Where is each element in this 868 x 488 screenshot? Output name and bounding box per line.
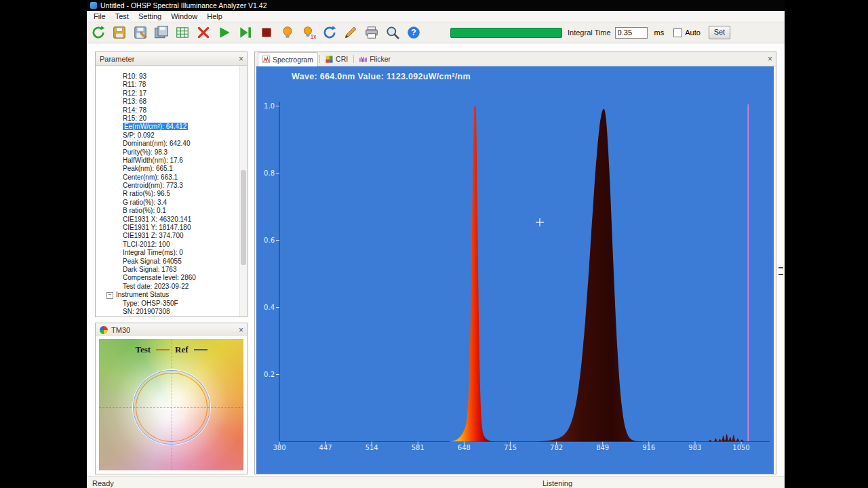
- parameter-panel: Parameter × R10: 93R11: 78R12: 17R13: 68…: [95, 52, 248, 317]
- save-all-icon[interactable]: [154, 25, 169, 40]
- menu-setting[interactable]: Setting: [134, 12, 166, 20]
- menu-file[interactable]: File: [89, 12, 111, 20]
- param-item[interactable]: TLCI-2012: 100: [96, 241, 240, 249]
- tm30-cvg-background: Test Ref: [99, 339, 243, 470]
- tm30-color-wheel-icon: [100, 326, 108, 334]
- tab-spectrogram[interactable]: Spectrogram: [258, 52, 318, 66]
- svg-text:0.2: 0.2: [264, 371, 275, 378]
- param-item[interactable]: CIE1931 Y: 18147.180: [96, 224, 240, 232]
- svg-text:0.4: 0.4: [264, 304, 275, 311]
- param-item[interactable]: R11: 78: [96, 81, 240, 89]
- svg-text:916: 916: [642, 444, 655, 451]
- parameter-scrollbar[interactable]: [239, 66, 247, 317]
- legend-ref-label: Ref: [175, 344, 189, 355]
- param-item[interactable]: R15: 20: [96, 115, 240, 123]
- param-item[interactable]: G ratio(%): 3.4: [96, 199, 240, 207]
- edit-icon[interactable]: [343, 25, 358, 40]
- refresh-icon[interactable]: [91, 25, 106, 40]
- menu-window[interactable]: Window: [166, 12, 202, 20]
- tab-flicker[interactable]: Flicker: [355, 54, 395, 64]
- menu-test[interactable]: Test: [111, 12, 134, 20]
- svg-text:380: 380: [273, 444, 285, 451]
- lamp-1x-icon[interactable]: 1x: [301, 25, 316, 40]
- window-title: Untitled - OHSP Spectral Illuminance Ana…: [100, 1, 267, 9]
- set-button[interactable]: Set: [709, 26, 730, 39]
- svg-text:1050: 1050: [732, 444, 749, 451]
- status-ready: Ready: [92, 479, 114, 487]
- param-item[interactable]: Integral Time(ms): 0: [96, 249, 240, 257]
- splitter-handle[interactable]: [778, 267, 783, 268]
- param-item[interactable]: R14: 78: [96, 106, 240, 115]
- param-item[interactable]: Compensate level: 2860: [96, 274, 240, 282]
- zoom-icon[interactable]: [385, 25, 400, 40]
- param-item[interactable]: R13: 68: [96, 98, 240, 106]
- delete-icon[interactable]: [196, 25, 211, 40]
- tab-spectrogram-label: Spectrogram: [273, 56, 313, 64]
- tab-cri-label: CRI: [336, 55, 348, 63]
- svg-text:1.0: 1.0: [264, 102, 275, 110]
- help-icon[interactable]: ?: [406, 25, 421, 40]
- param-item[interactable]: S/P: 0.092: [96, 131, 240, 140]
- print-icon[interactable]: [364, 25, 379, 40]
- stop-icon[interactable]: [259, 25, 274, 40]
- save-as-icon[interactable]: [133, 25, 148, 40]
- save-icon[interactable]: [112, 25, 127, 40]
- scrollbar-thumb[interactable]: [241, 170, 246, 265]
- svg-text:648: 648: [458, 444, 471, 451]
- param-item[interactable]: Centroid(nm): 773.3: [96, 182, 240, 190]
- param-item[interactable]: HalfWidth(nm): 17.6: [96, 157, 240, 165]
- start-test-icon[interactable]: [217, 25, 232, 40]
- integral-time-label: Integral Time: [568, 28, 611, 37]
- export-table-icon[interactable]: [175, 25, 190, 40]
- lamp-icon[interactable]: [280, 25, 295, 40]
- close-icon[interactable]: ×: [239, 326, 243, 334]
- close-icon[interactable]: ×: [239, 55, 243, 63]
- svg-text:447: 447: [319, 444, 332, 451]
- param-item[interactable]: CIE1931 X: 46320.141: [96, 216, 240, 224]
- close-icon[interactable]: ×: [768, 55, 772, 63]
- menu-help[interactable]: Help: [202, 12, 227, 20]
- continuous-test-icon[interactable]: [238, 25, 253, 40]
- tab-cri[interactable]: CRI: [321, 54, 352, 64]
- param-item[interactable]: R10: 93: [96, 73, 240, 81]
- auto-checkbox-label: Auto: [685, 28, 701, 37]
- svg-text:782: 782: [550, 444, 563, 451]
- param-item[interactable]: R ratio(%): 96.5: [96, 190, 240, 198]
- param-item[interactable]: Ee(mW/cm²): 64.412: [96, 123, 240, 131]
- param-item[interactable]: Purity(%): 98.3: [96, 148, 240, 157]
- tree-collapse-icon[interactable]: −: [106, 292, 113, 299]
- parameter-panel-title: Parameter: [100, 55, 134, 63]
- param-item[interactable]: Test date: 2023-09-22: [96, 283, 240, 291]
- param-item[interactable]: Dark Signal: 1763: [96, 266, 240, 274]
- cvg-test-curve: [136, 373, 208, 442]
- param-item[interactable]: CIE1931 Z: 374.700: [96, 232, 240, 240]
- titlebar: Untitled - OHSP Spectral Illuminance Ana…: [87, 0, 785, 11]
- splitter-handle[interactable]: [778, 274, 783, 275]
- progress-bar: [450, 28, 562, 38]
- param-item[interactable]: B ratio(%): 0.1: [96, 207, 240, 215]
- integral-time-input[interactable]: [615, 27, 648, 39]
- tab-flicker-label: Flicker: [370, 55, 391, 63]
- param-item[interactable]: Dominant(nm): 642.40: [96, 140, 240, 148]
- chart-tabbar: Spectrogram CRI Flicker ×: [255, 52, 776, 66]
- svg-text:0.6: 0.6: [264, 237, 275, 244]
- toolbar: 1x ? Integral Time ms Auto Set: [87, 22, 785, 43]
- spectrogram-icon: [262, 56, 270, 63]
- spectrogram-chart-area[interactable]: 1.00.80.60.40.23804475145816487157828499…: [256, 66, 774, 474]
- param-item[interactable]: Center(nm): 663.1: [96, 174, 240, 182]
- param-item[interactable]: −Instrument Status: [96, 291, 240, 299]
- svg-text:983: 983: [688, 444, 701, 451]
- param-item[interactable]: R12: 17: [96, 89, 240, 98]
- status-listening: Listening: [542, 479, 572, 487]
- flicker-icon: [359, 56, 367, 63]
- param-item[interactable]: Peak(nm): 665.1: [96, 165, 240, 173]
- param-item[interactable]: Type: OHSP-350F: [96, 300, 240, 308]
- svg-text:1x: 1x: [311, 34, 316, 40]
- param-item[interactable]: Peak Signal: 64055: [96, 258, 240, 266]
- param-item[interactable]: SN: 201907308: [96, 308, 240, 316]
- svg-text:849: 849: [596, 444, 609, 451]
- chart-panel: Spectrogram CRI Flicker × 1.00.80.60.40.…: [254, 52, 776, 474]
- auto-checkbox[interactable]: [673, 28, 682, 37]
- sync-icon[interactable]: [322, 25, 337, 40]
- tm30-panel: TM30 × Test Ref: [95, 323, 248, 474]
